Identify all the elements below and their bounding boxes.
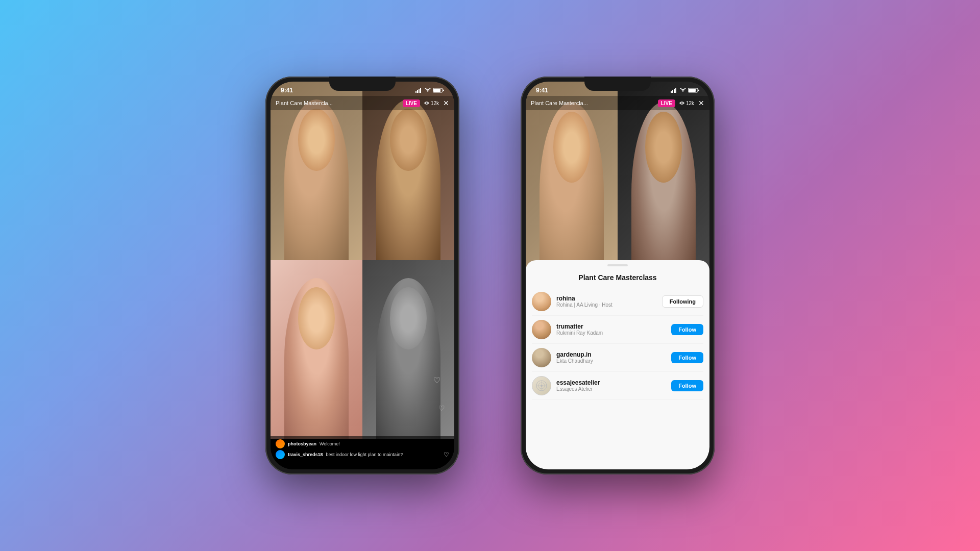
heart-float-2: ♡ [438, 404, 445, 412]
svg-point-15 [681, 103, 682, 104]
video-cell-2-2 [618, 82, 709, 283]
status-bar-2: 9:41 [526, 82, 709, 96]
username-gardenup: gardenup.in [556, 351, 666, 358]
user-info-trumatter: trumatter Rukmini Ray Kadam [556, 323, 666, 336]
svg-rect-13 [689, 89, 696, 92]
time-2: 9:41 [536, 87, 548, 94]
svg-rect-6 [443, 90, 444, 91]
live-topbar-1: Plant Care Mastercla... LIVE 12k ✕ [271, 96, 454, 110]
user-item-rohina: rohina Rohina | AA Living · Host Followi… [532, 288, 703, 316]
heart-icon-chat: ♡ [444, 451, 449, 458]
avatar-essajees [532, 376, 551, 395]
user-info-rohina: rohina Rohina | AA Living · Host [556, 295, 657, 308]
wifi-icon-2 [680, 88, 686, 93]
svg-rect-14 [698, 90, 699, 91]
chat-avatar-2 [276, 450, 285, 459]
svg-rect-5 [433, 89, 440, 92]
panel-title: Plant Care Masterclass [526, 273, 709, 282]
essajees-logo-icon [535, 380, 548, 392]
svg-rect-2 [419, 89, 420, 93]
chat-area-1: photosbyean Welcome! travis_shreds18 bes… [271, 436, 454, 469]
viewer-count-2: 12k [679, 101, 694, 106]
chat-message-2: travis_shreds18 best indoor low light pl… [276, 450, 449, 459]
panel-handle [607, 264, 628, 266]
video-cell-4: ♡ ♡ [362, 260, 454, 439]
user-subtitle-rohina: Rohina | AA Living · Host [556, 302, 657, 308]
phone-2: 9:41 [521, 77, 715, 474]
live-badge-1: LIVE [403, 99, 420, 107]
time-1: 9:41 [281, 87, 293, 94]
face-1 [298, 109, 335, 171]
signal-icon [415, 88, 423, 93]
video-grid-1: ♡ ♡ [271, 82, 454, 439]
user-subtitle-trumatter: Rukmini Ray Kadam [556, 330, 666, 336]
user-item-gardenup: gardenup.in Ekta Chaudhary Follow [532, 344, 703, 372]
chat-message-1: photosbyean Welcome! [276, 439, 449, 448]
avatar-rohina [532, 292, 551, 311]
status-icons-2 [671, 88, 699, 93]
eye-icon [424, 101, 429, 106]
user-subtitle-essajees: Essajees Atelier [556, 386, 666, 392]
face-2 [390, 109, 427, 171]
face-3 [298, 287, 335, 350]
status-bar-1: 9:41 [271, 82, 454, 96]
wifi-icon [425, 88, 431, 93]
chat-text-2: best indoor low light plan to maintain? [326, 452, 403, 457]
viewer-count-1: 12k [424, 101, 439, 106]
live-title-2: Plant Care Mastercla... [531, 100, 654, 106]
user-info-gardenup: gardenup.in Ekta Chaudhary [556, 351, 666, 364]
avatar-trumatter [532, 320, 551, 339]
chat-text-1: Welcome! [320, 441, 340, 446]
battery-icon [433, 88, 444, 93]
following-button-rohina[interactable]: Following [662, 295, 703, 308]
video-cell-2-1 [526, 82, 618, 283]
follow-button-trumatter[interactable]: Follow [671, 324, 703, 335]
status-icons-1 [415, 88, 444, 93]
chat-username-1: photosbyean [288, 441, 316, 446]
eye-icon-2 [679, 101, 684, 106]
chat-username-2: travis_shreds18 [288, 452, 323, 457]
live-title-1: Plant Care Mastercla... [276, 100, 399, 106]
svg-rect-11 [675, 88, 676, 93]
user-item-trumatter: trumatter Rukmini Ray Kadam Follow [532, 316, 703, 344]
svg-rect-10 [674, 89, 675, 93]
face-2-2 [645, 112, 682, 182]
live-topbar-2: Plant Care Mastercla... LIVE 12k ✕ [526, 96, 709, 110]
signal-icon-2 [671, 88, 678, 93]
chat-avatar-1 [276, 439, 285, 448]
user-info-essajees: essajeesatelier Essajees Atelier [556, 379, 666, 392]
username-trumatter: trumatter [556, 323, 666, 330]
svg-rect-0 [415, 91, 416, 93]
face-4 [390, 287, 427, 350]
video-cell-3 [271, 260, 362, 439]
svg-rect-8 [671, 91, 672, 93]
svg-rect-3 [420, 88, 421, 93]
svg-rect-1 [417, 90, 418, 93]
svg-point-7 [426, 103, 427, 104]
user-list: rohina Rohina | AA Living · Host Followi… [526, 288, 709, 400]
battery-icon-2 [688, 88, 699, 93]
follow-button-gardenup[interactable]: Follow [671, 352, 703, 363]
user-item-essajees: essajeesatelier Essajees Atelier Follow [532, 372, 703, 400]
live-badge-2: LIVE [658, 99, 675, 107]
username-essajees: essajeesatelier [556, 379, 666, 386]
video-grid-2 [526, 82, 709, 283]
face-2-1 [553, 112, 590, 182]
svg-rect-9 [672, 90, 673, 93]
close-button-2[interactable]: ✕ [698, 99, 704, 107]
users-panel[interactable]: Plant Care Masterclass rohina Rohina | A… [526, 260, 709, 469]
close-button-1[interactable]: ✕ [443, 99, 449, 107]
follow-button-essajees[interactable]: Follow [671, 380, 703, 391]
avatar-gardenup [532, 348, 551, 367]
heart-float: ♡ [433, 375, 440, 385]
username-rohina: rohina [556, 295, 657, 302]
phone-1: 9:41 [265, 77, 459, 474]
user-subtitle-gardenup: Ekta Chaudhary [556, 358, 666, 364]
